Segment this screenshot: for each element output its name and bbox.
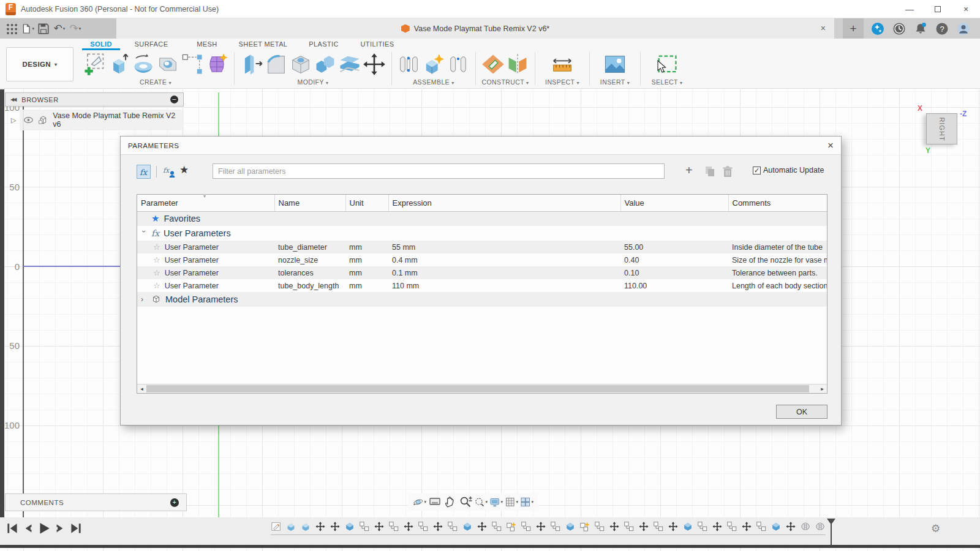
expression-filter-icon[interactable]: fx <box>137 165 151 179</box>
maximize-button[interactable] <box>924 0 952 18</box>
save-icon[interactable] <box>37 22 50 36</box>
favorite-toggle-icon[interactable]: ☆ <box>153 281 160 290</box>
t-component-icon[interactable] <box>447 521 458 532</box>
t-component-icon[interactable] <box>388 521 399 532</box>
favorite-toggle-icon[interactable]: ☆ <box>153 255 160 264</box>
delete-parameter-icon[interactable] <box>722 165 733 178</box>
t-move-icon[interactable] <box>712 521 723 532</box>
t-body-icon[interactable] <box>344 521 355 532</box>
timeline-playhead[interactable] <box>831 519 832 545</box>
viewports-icon[interactable] <box>520 495 533 509</box>
t-component-icon[interactable] <box>550 521 561 532</box>
t-component-icon[interactable] <box>653 521 664 532</box>
user-parameter-filter-icon[interactable]: fx <box>162 165 176 179</box>
tab-sheet-metal[interactable]: SHEET METAL <box>232 39 295 50</box>
avatar-icon[interactable] <box>957 22 970 36</box>
t-move-icon[interactable] <box>609 521 620 532</box>
ok-button[interactable]: OK <box>776 405 827 419</box>
t-move-icon[interactable] <box>374 521 385 532</box>
col-unit[interactable]: Unit <box>345 195 388 211</box>
t-move-icon[interactable] <box>477 521 488 532</box>
favorite-toggle-icon[interactable]: ☆ <box>153 268 160 277</box>
t-component-icon[interactable] <box>624 521 635 532</box>
workspace-selector[interactable]: DESIGN▾ <box>6 47 74 81</box>
horizontal-scrollbar[interactable]: ◂ ▸ <box>137 384 827 393</box>
model-canvas[interactable]: 100 50 0 50 100 ◀◀ BROWSER – ▷ Vase Mode… <box>0 89 980 551</box>
joint-icon[interactable] <box>397 52 421 77</box>
t-new-component-icon[interactable] <box>579 521 590 532</box>
visibility-eye-icon[interactable] <box>23 114 34 126</box>
insert-image-icon[interactable] <box>603 52 627 77</box>
filter-parameters-input[interactable] <box>213 163 665 179</box>
fillet-icon[interactable] <box>264 52 288 77</box>
t-move-icon[interactable] <box>785 521 796 532</box>
offset-plane-icon[interactable] <box>481 52 505 77</box>
hide-panel-icon[interactable]: – <box>170 96 178 103</box>
add-comment-icon[interactable]: + <box>170 498 179 507</box>
scroll-right-icon[interactable]: ▸ <box>818 384 827 393</box>
timeline-play-icon[interactable] <box>37 521 51 536</box>
t-mirror-icon[interactable] <box>800 521 811 532</box>
t-component-icon[interactable] <box>521 521 532 532</box>
window-zoom-icon[interactable] <box>474 495 488 509</box>
combine-icon[interactable] <box>313 52 337 77</box>
t-move-icon[interactable] <box>535 521 546 532</box>
dialog-title-bar[interactable]: PARAMETERS × <box>121 137 841 155</box>
timeline-end-icon[interactable] <box>69 521 83 536</box>
tab-surface[interactable]: SURFACE <box>120 39 183 50</box>
t-component-icon[interactable] <box>491 521 502 532</box>
timeline-step-forward-icon[interactable] <box>53 521 67 536</box>
midplane-icon[interactable] <box>505 52 530 77</box>
hole-icon[interactable] <box>156 52 180 77</box>
shell-icon[interactable] <box>288 52 313 77</box>
col-value[interactable]: Value <box>620 195 728 211</box>
scrollbar-thumb[interactable] <box>146 385 809 392</box>
dialog-close-icon[interactable]: × <box>827 140 834 152</box>
measure-icon[interactable] <box>550 52 575 77</box>
extensions-icon[interactable] <box>871 22 884 36</box>
app-grid-icon[interactable] <box>5 22 18 36</box>
automatic-update-checkbox[interactable]: ✓ Automatic Update <box>753 166 824 174</box>
notifications-icon[interactable] <box>914 22 927 36</box>
redo-icon[interactable]: ↷ <box>69 22 82 36</box>
t-body-icon[interactable] <box>565 521 576 532</box>
scroll-left-icon[interactable]: ◂ <box>137 384 146 393</box>
close-button[interactable]: × <box>952 0 980 18</box>
t-mirror-icon[interactable] <box>815 521 826 532</box>
timeline-settings-gear-icon[interactable]: ⚙ <box>931 522 940 535</box>
form-icon[interactable] <box>205 52 229 77</box>
t-move-icon[interactable] <box>403 521 414 532</box>
parameter-row[interactable]: ☆User Parameter tolerances mm 0.1 mm 0.1… <box>137 266 827 279</box>
zoom-icon[interactable] <box>459 495 472 509</box>
timeline-step-back-icon[interactable] <box>21 521 36 536</box>
browser-header[interactable]: ◀◀ BROWSER – <box>5 92 184 107</box>
t-component-icon[interactable] <box>726 521 737 532</box>
t-extrude-icon[interactable] <box>300 521 311 532</box>
t-body-icon[interactable] <box>771 521 782 532</box>
browser-root-item[interactable]: Vase Mode Playmat Tube Remix V2 v6 <box>20 110 184 130</box>
t-new-component-icon[interactable] <box>506 521 517 532</box>
tab-utilities[interactable]: UTILITIES <box>353 39 402 50</box>
extrude-icon[interactable] <box>107 52 131 77</box>
col-comments[interactable]: Comments <box>728 195 827 211</box>
t-extrude-icon[interactable] <box>285 521 296 532</box>
grid-settings-icon[interactable] <box>505 495 518 509</box>
model-parameters-group-row[interactable]: ›Model Parameters <box>137 292 827 307</box>
col-expression[interactable]: Expression <box>388 195 620 211</box>
as-built-joint-icon[interactable] <box>446 52 470 77</box>
timeline-start-icon[interactable] <box>5 521 20 536</box>
undo-icon[interactable]: ↶ <box>53 22 66 36</box>
t-move-icon[interactable] <box>330 521 341 532</box>
parameter-row[interactable]: ☆User Parameter tube_diameter mm 55 mm 5… <box>137 241 827 253</box>
parameter-row[interactable]: ☆User Parameter tube_body_length mm 110 … <box>137 279 827 292</box>
t-component-icon[interactable] <box>359 521 370 532</box>
collapse-panel-icon[interactable]: ◀◀ <box>10 97 15 102</box>
expand-group-icon[interactable]: › <box>141 295 147 304</box>
minimize-button[interactable]: — <box>895 0 924 18</box>
create-sketch-icon[interactable] <box>82 52 107 77</box>
collapse-group-icon[interactable]: › <box>140 230 148 236</box>
help-icon[interactable]: ? <box>935 22 949 36</box>
comments-panel[interactable]: COMMENTS + <box>5 493 187 511</box>
t-component-icon[interactable] <box>418 521 429 532</box>
parameter-row[interactable]: ☆User Parameter nozzle_size mm 0.4 mm 0.… <box>137 253 827 266</box>
